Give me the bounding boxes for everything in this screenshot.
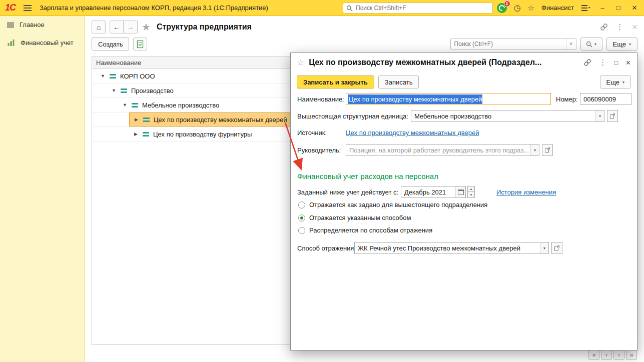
expand-toggle-icon[interactable]: ▶ bbox=[133, 117, 140, 122]
department-icon bbox=[143, 118, 150, 122]
parent-unit-field[interactable]: Мебельное производство ▾ bbox=[411, 110, 604, 122]
department-icon bbox=[143, 132, 149, 136]
page-more-icon[interactable]: ⋮ bbox=[616, 22, 623, 32]
sidebar-item-main[interactable]: Главное bbox=[0, 16, 85, 34]
reflection-method-label: Способ отражения: bbox=[297, 244, 354, 252]
department-icon bbox=[121, 88, 127, 93]
page-close-icon[interactable]: ✕ bbox=[631, 23, 637, 31]
expand-toggle-icon[interactable]: ▶ bbox=[132, 132, 140, 136]
current-user[interactable]: Финансист bbox=[541, 4, 574, 12]
list-more-button[interactable]: Еще▾ bbox=[606, 38, 637, 50]
spin-up-button[interactable]: ▲ bbox=[467, 186, 475, 192]
section-sidebar: Главное Финансовый учет bbox=[0, 16, 85, 362]
radio-specified-method[interactable]: Отражается указанным способом bbox=[298, 214, 411, 222]
list-search-input[interactable] bbox=[451, 38, 566, 50]
favorite-star-icon[interactable]: ☆ bbox=[297, 58, 304, 68]
number-field[interactable] bbox=[580, 93, 631, 105]
global-search-input[interactable] bbox=[356, 4, 489, 12]
radio-distributed[interactable]: Распределяется по способам отражения bbox=[298, 226, 432, 234]
open-form-icon bbox=[544, 147, 550, 153]
nav-forward-button[interactable]: → bbox=[124, 20, 138, 34]
sidebar-item-label: Главное bbox=[20, 21, 45, 28]
chevron-down-icon[interactable]: ▾ bbox=[530, 144, 539, 156]
open-parent-unit-button[interactable] bbox=[607, 110, 618, 122]
spin-down-button[interactable]: ▼ bbox=[467, 192, 475, 198]
open-form-icon bbox=[554, 245, 560, 251]
window-minimize-button[interactable]: – bbox=[598, 4, 607, 12]
effective-date-input[interactable] bbox=[401, 188, 455, 196]
get-link-icon[interactable] bbox=[600, 23, 608, 31]
dialog-command-bar: Записать и закрыть Записать Еще▾ bbox=[297, 75, 631, 89]
chevron-down-icon[interactable]: ▾ bbox=[540, 242, 548, 254]
dialog-maximize-icon[interactable]: □ bbox=[614, 59, 618, 66]
dialog-more-button[interactable]: Еще▾ bbox=[600, 76, 631, 88]
tree-row-label: Мебельное производство bbox=[142, 102, 219, 109]
main-menu-icon[interactable] bbox=[24, 5, 32, 11]
reflection-method-field[interactable]: ЖК Речной утес Производство межкомнатных… bbox=[354, 242, 549, 254]
window-close-button[interactable]: ✕ bbox=[630, 4, 639, 12]
expand-toggle-icon[interactable]: ▼ bbox=[110, 88, 118, 93]
chevron-down-icon[interactable]: ▾ bbox=[595, 110, 604, 122]
radio-icon[interactable] bbox=[298, 202, 305, 208]
global-search[interactable] bbox=[343, 2, 493, 14]
expand-toggle-icon[interactable]: ▼ bbox=[99, 74, 107, 78]
reflection-method-value: ЖК Речной утес Производство межкомнатных… bbox=[355, 242, 540, 254]
name-row: Наименование: Цех по производству межком… bbox=[297, 93, 631, 105]
history-link[interactable]: История изменения bbox=[496, 188, 556, 196]
nav-back-button[interactable]: ← bbox=[110, 20, 124, 34]
notification-badge: 1 bbox=[504, 0, 510, 7]
save-and-close-button[interactable]: Записать и закрыть bbox=[297, 76, 374, 88]
tree-row-label: КОРП ООО bbox=[120, 72, 155, 80]
radio-icon-selected[interactable] bbox=[298, 214, 305, 222]
open-form-icon bbox=[609, 113, 615, 119]
name-field[interactable]: Цех по производству межкомнатных дверей bbox=[346, 93, 551, 105]
search-clear-icon[interactable]: × bbox=[566, 38, 576, 50]
reflection-method-row: Способ отражения: ЖК Речной утес Произво… bbox=[297, 242, 562, 254]
service-menu-icon[interactable] bbox=[581, 4, 591, 12]
pager-next-button[interactable]: › bbox=[613, 350, 624, 360]
pager-prev-button[interactable]: ‹ bbox=[601, 350, 612, 360]
number-label: Номер: bbox=[556, 96, 580, 103]
date-spinner: ▲ ▼ bbox=[467, 186, 475, 198]
main-section-icon bbox=[7, 22, 14, 28]
dialog-more-icon[interactable]: ⋮ bbox=[599, 58, 606, 67]
save-button[interactable]: Записать bbox=[378, 76, 419, 88]
favorite-star-icon[interactable]: ★ bbox=[142, 21, 151, 33]
list-search[interactable]: × bbox=[450, 38, 576, 50]
parent-unit-row: Вышестоящая структурная единица: Мебельн… bbox=[297, 110, 618, 122]
expand-toggle-icon[interactable]: ▼ bbox=[121, 102, 129, 108]
selected-text: Цех по производству межкомнатных дверей bbox=[348, 94, 482, 104]
radio-label: Отражается как задано для вышестоящего п… bbox=[309, 201, 487, 208]
app-topbar: 1С Зарплата и управление персоналом КОРП… bbox=[0, 0, 644, 16]
parent-unit-value: Мебельное производство bbox=[411, 110, 595, 122]
calendar-button[interactable] bbox=[455, 186, 465, 198]
window-maximize-button[interactable]: □ bbox=[614, 4, 623, 12]
radio-inherited[interactable]: Отражается как задано для вышестоящего п… bbox=[298, 201, 487, 208]
1c-logo: 1С bbox=[5, 2, 16, 13]
chevron-down-icon: ▾ bbox=[629, 42, 631, 46]
favorites-icon[interactable]: ☆ bbox=[528, 4, 534, 12]
chevron-down-icon: ▾ bbox=[622, 80, 624, 84]
home-button[interactable]: ⌂ bbox=[92, 20, 106, 34]
radio-label: Отражается указанным способом bbox=[309, 214, 411, 222]
open-reflection-method-button[interactable] bbox=[551, 242, 562, 254]
pager-last-button[interactable]: » bbox=[626, 350, 637, 360]
sidebar-item-financial-accounting[interactable]: Финансовый учет bbox=[0, 34, 85, 52]
get-link-icon[interactable] bbox=[583, 58, 591, 66]
create-button[interactable]: Создать bbox=[92, 38, 129, 50]
dialog-close-icon[interactable]: ✕ bbox=[625, 59, 631, 66]
history-icon[interactable]: ◷ bbox=[514, 4, 521, 12]
notifications-icon[interactable]: 1 bbox=[497, 3, 507, 13]
source-link[interactable]: Цех по производству межкомнатных дверей bbox=[346, 129, 479, 136]
manager-field[interactable]: Позиция, на которой работает руководител… bbox=[346, 144, 539, 156]
tree-row-label: Цех по производству фурнитуры bbox=[153, 130, 252, 138]
open-manager-button[interactable] bbox=[542, 144, 553, 156]
radio-icon[interactable] bbox=[298, 227, 305, 234]
page-header: ⌂ ← → ★ Структура предприятия ⋮ ✕ bbox=[92, 20, 637, 34]
create-group-button[interactable] bbox=[133, 38, 147, 50]
effective-date-field[interactable] bbox=[401, 186, 466, 198]
search-options-button[interactable]: ▾ bbox=[580, 38, 602, 50]
page-title: Структура предприятия bbox=[157, 22, 252, 32]
effective-date-row: Заданный ниже учет действует с: ▲ ▼ Исто… bbox=[297, 186, 556, 198]
pager-first-button[interactable]: « bbox=[588, 350, 599, 360]
